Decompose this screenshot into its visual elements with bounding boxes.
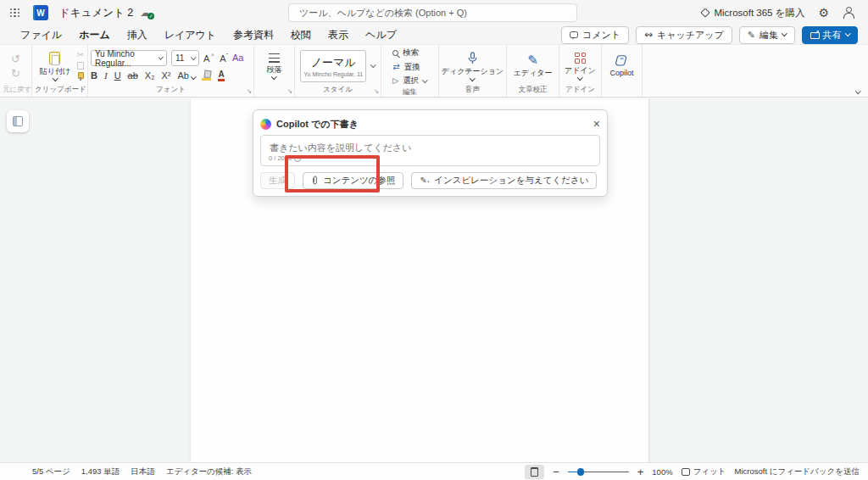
shrink-font-button[interactable]: Aˇ — [220, 53, 228, 64]
copilot-group: Copilot — [602, 45, 643, 97]
share-label: 共有 — [823, 29, 842, 42]
paste-button[interactable]: 貼り付け — [36, 50, 75, 82]
addins-button[interactable]: アドイン — [560, 51, 600, 81]
editor-label: エディター — [514, 68, 553, 79]
underline-button[interactable]: U — [114, 71, 121, 81]
close-icon[interactable]: × — [593, 118, 600, 130]
select-button[interactable]: ▷ 選択 — [392, 75, 426, 87]
reference-content-button[interactable]: コンテンツの参照 — [303, 172, 403, 189]
font-name-select[interactable]: Yu Mincho Regular... — [91, 50, 167, 66]
copy-icon[interactable] — [77, 62, 84, 70]
zoom-out-button[interactable]: − — [553, 466, 559, 477]
caret-up-mark: ＾ — [209, 53, 215, 59]
cloud-saved-icon: ☁✓ — [140, 8, 153, 19]
replace-button[interactable]: ⇄ 置換 — [392, 62, 420, 73]
undo-group: ↺ ↻ 元に戻す — [0, 45, 32, 97]
italic-button[interactable]: I — [104, 71, 108, 81]
catch-up-button[interactable]: ↭ キャッチアップ — [636, 26, 732, 44]
cut-scissors-icon[interactable]: ✂ — [77, 51, 84, 59]
paragraph-lines-icon — [269, 53, 280, 63]
titlebar-right: Microsoft 365 を購入 ⚙ — [702, 7, 868, 20]
subscript-button[interactable]: X₂ — [145, 71, 155, 81]
styles-gallery-chevron-icon[interactable] — [370, 62, 376, 67]
settings-gear-icon[interactable]: ⚙ — [818, 7, 829, 19]
menu-view[interactable]: 表示 — [327, 25, 349, 45]
sparkle-pen-icon: ✎˖ — [420, 176, 430, 185]
copilot-label: Copilot — [609, 69, 633, 77]
editing-group-label: 編集 — [384, 87, 436, 98]
undo-group-label: 元に戻す — [3, 84, 29, 97]
print-layout-view-button[interactable] — [525, 465, 544, 479]
zoom-level[interactable]: 100% — [652, 467, 672, 477]
change-case-button[interactable]: Aa — [232, 53, 243, 63]
menu-home[interactable]: ホーム — [78, 25, 111, 45]
account-person-icon[interactable] — [843, 7, 854, 19]
collapse-ribbon-chevron-icon[interactable] — [855, 88, 860, 93]
char-counter: 0 / 2000 i — [269, 154, 301, 162]
menu-references[interactable]: 参考資料 — [232, 25, 275, 45]
comments-label: コメント — [582, 29, 620, 42]
word-app-icon[interactable]: W — [33, 5, 48, 20]
reference-content-label: コンテンツの参照 — [323, 175, 395, 187]
edit-pencil-icon: ✎ — [748, 31, 755, 40]
fit-page-button[interactable]: フィット — [682, 466, 726, 477]
editing-group: 検索 ⇄ 置換 ▷ 選択 編集 — [381, 45, 439, 97]
voice-group-label: 音声 — [442, 84, 504, 97]
editor-suggestions[interactable]: エディターの候補: 表示 — [166, 466, 252, 477]
app-launcher-icon[interactable] — [10, 8, 19, 18]
generate-label: 生成 — [269, 175, 287, 187]
info-icon[interactable]: i — [294, 155, 301, 162]
document-title[interactable]: ドキュメント 2 — [59, 6, 133, 20]
dialog-launcher-icon[interactable]: ↘ — [247, 88, 252, 95]
superscript-button[interactable]: X² — [161, 71, 170, 81]
copilot-input-wrap: 0 / 2000 i — [260, 135, 600, 166]
undo-icon[interactable]: ↺ — [11, 53, 20, 64]
search-input[interactable] — [288, 3, 577, 22]
menu-review[interactable]: 校閲 — [290, 25, 312, 45]
editor-button[interactable]: ✎ エディター — [509, 52, 557, 81]
catch-up-label: キャッチアップ — [657, 29, 724, 42]
word-count[interactable]: 1,493 単語 — [81, 466, 120, 477]
font-name-value: Yu Mincho Regular... — [95, 49, 156, 68]
copilot-ribbon-button[interactable]: Copilot — [605, 53, 637, 79]
style-normal-button[interactable]: ノーマル Yu Mincho Regular, 11 — [300, 50, 366, 82]
redo-icon[interactable]: ↻ — [11, 68, 20, 79]
generate-button[interactable]: 生成 — [260, 172, 295, 189]
editing-mode-button[interactable]: ✎ 編集 — [739, 26, 795, 44]
share-button[interactable]: 共有 — [802, 26, 859, 44]
menu-file[interactable]: ファイル — [19, 25, 63, 45]
comments-button[interactable]: コメント — [561, 26, 629, 44]
menu-layout[interactable]: レイアウト — [164, 25, 217, 45]
text-effects-button[interactable]: Ab — [177, 71, 195, 81]
copilot-draft-dialog: Copilot での下書き × 0 / 2000 i 生成 コンテンツの参照 ✎… — [253, 109, 608, 197]
language-indicator[interactable]: 日本語 — [131, 466, 155, 477]
menu-help[interactable]: ヘルプ — [364, 25, 398, 45]
dictation-button[interactable]: ディクテーション — [437, 50, 508, 82]
zoom-in-button[interactable]: + — [637, 466, 644, 477]
comment-bubble-icon — [570, 31, 578, 38]
addins-grid-icon — [575, 53, 586, 64]
font-size-select[interactable]: 11 — [171, 50, 199, 66]
navigation-pane-toggle-button[interactable] — [7, 110, 29, 132]
copilot-prompt-input[interactable] — [260, 135, 600, 166]
dialog-launcher-icon[interactable]: ↘ — [374, 88, 379, 95]
font-color-button[interactable]: A — [218, 70, 224, 81]
strikethrough-button[interactable]: ab — [128, 71, 138, 81]
dialog-launcher-icon[interactable]: ↘ — [287, 88, 292, 95]
inspire-me-button[interactable]: ✎˖ インスピレーションを与えてください — [411, 172, 597, 189]
menu-insert[interactable]: 挿入 — [126, 25, 148, 45]
send-feedback-link[interactable]: Microsoft にフィードバックを送信 — [735, 466, 860, 477]
highlight-pen-icon[interactable] — [202, 70, 211, 81]
buy-microsoft365-button[interactable]: Microsoft 365 を購入 — [702, 7, 804, 20]
status-bar: 5/5 ページ 1,493 単語 日本語 エディターの候補: 表示 − + 10… — [0, 462, 868, 480]
format-painter-icon[interactable] — [76, 72, 84, 81]
page-indicator[interactable]: 5/5 ページ — [32, 466, 70, 477]
grow-font-button[interactable]: A＾ — [203, 53, 215, 64]
zoom-slider[interactable] — [568, 467, 629, 476]
zoom-slider-knob[interactable] — [577, 468, 585, 476]
paragraph-button[interactable]: 段落 — [263, 52, 287, 81]
bold-button[interactable]: B — [91, 71, 97, 81]
chevron-down-icon — [422, 77, 427, 82]
saved-check-icon: ✓ — [147, 13, 154, 20]
find-button[interactable]: 検索 — [392, 47, 419, 59]
